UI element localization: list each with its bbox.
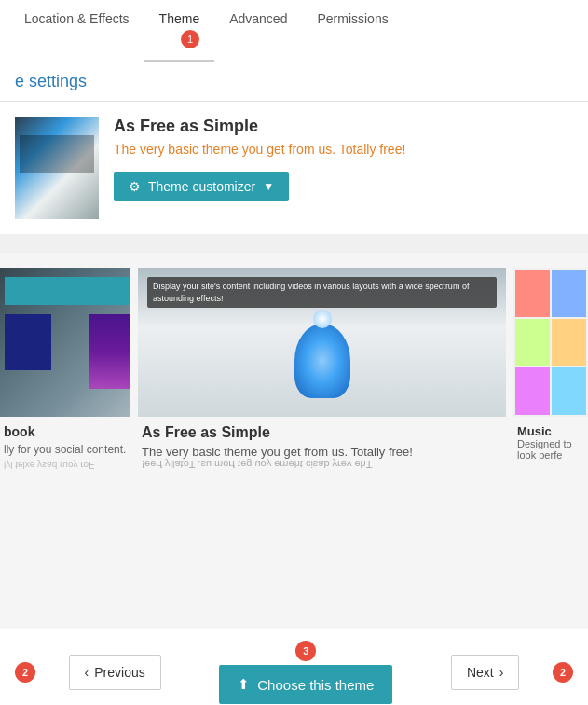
grid-cell-1 [515,270,550,317]
grid-cell-5 [515,367,550,415]
theme-customizer-label: Theme customizer [148,179,255,194]
choose-theme-button[interactable]: Choose this theme [219,665,392,704]
theme-card-left[interactable]: book lly for you social content. lyl tel… [0,268,130,477]
next-label: Next [467,665,494,680]
theme-gallery-inner: book lly for you social content. lyl tel… [0,268,588,477]
theme-gallery: book lly for you social content. lyl tel… [0,253,588,492]
theme-card-center-image: Display your site's content including vi… [138,268,506,417]
theme-card-left-text: book lly for you social content. lyl tel… [0,417,130,477]
next-button[interactable]: Next › [451,655,519,690]
nav-tabs: Location & Effects Theme 1 Advanced Perm… [0,0,588,62]
grid-cell-6 [552,367,586,415]
chevron-down-icon: ▼ [263,180,274,193]
current-theme-section: As Free as Simple The very basic theme y… [0,102,588,242]
tab-advanced[interactable]: Advanced [214,0,302,62]
badge-right: 2 [553,662,573,683]
figure-body [294,324,350,398]
theme-card-center-desc: The very basic theme you get from us. To… [142,445,502,459]
gear-icon: ⚙ [129,179,141,194]
theme-card-center-bg: Display your site's content including vi… [138,268,506,417]
badge-center: 3 [295,641,316,661]
tab-theme-badge: 1 [181,30,199,48]
current-theme-image [15,117,99,219]
badge-left: 2 [15,662,35,683]
grid-cell-2 [552,270,586,317]
theme-center-figure [285,324,360,417]
tab-location-effects-label: Location & Effects [24,11,130,26]
main-content: e settings As Free as Simple The very ba… [0,62,588,705]
current-theme-description: The very basic theme you get from us. To… [114,142,573,157]
theme-card-right-grid [513,268,588,417]
theme-card-right-title: Music [517,424,584,438]
theme-card-center[interactable]: Display your site's content including vi… [130,268,513,477]
tab-permissions-label: Permissions [317,11,388,26]
theme-card-left-desc: lly for you social content. [4,443,127,456]
tab-theme-label: Theme [159,11,200,26]
page-settings-header: e settings [0,62,588,102]
theme-card-right[interactable]: Music Designed to look perfe [513,268,588,468]
theme-card-left-desc2: lyl telxe ysad ruoy roF [4,460,127,470]
grid-cell-4 [552,319,586,366]
theme-card-left-image [0,268,130,417]
theme-card-left-image-inner [89,314,130,389]
theme-card-center-text: As Free as Simple The very basic theme y… [138,417,506,477]
theme-customizer-button[interactable]: ⚙ Theme customizer ▼ [114,172,289,201]
theme-card-left-title: book [4,424,127,439]
theme-card-center-overlay: Display your site's content including vi… [147,277,497,308]
current-theme-thumbnail [15,117,99,219]
current-theme-info: As Free as Simple The very basic theme y… [114,117,573,201]
previous-label: Previous [94,665,144,680]
tab-location-effects[interactable]: Location & Effects [9,0,144,62]
tab-permissions[interactable]: Permissions [302,0,403,62]
action-bar: 2 ‹ Previous 3 Choose this theme Next › … [0,629,588,705]
tab-advanced-label: Advanced [229,11,287,26]
theme-card-right-image [513,268,588,417]
chevron-right-icon: › [499,665,504,680]
section-divider [0,242,588,253]
previous-button[interactable]: ‹ Previous [69,655,161,690]
theme-card-right-text: Music Designed to look perfe [513,417,588,468]
grid-cell-3 [515,319,550,366]
current-theme-name: As Free as Simple [114,117,573,136]
theme-card-right-desc: Designed to look perfe [517,438,584,461]
choose-label: Choose this theme [257,677,374,693]
tab-theme[interactable]: Theme 1 [144,0,215,62]
theme-card-center-desc-flipped: !eerf yllatoT .su morf teg uoy emeht cis… [142,459,502,470]
upload-icon [238,676,250,693]
chevron-left-icon: ‹ [85,665,89,680]
page-settings-label: e settings [15,72,87,90]
theme-card-center-title: As Free as Simple [142,424,502,441]
